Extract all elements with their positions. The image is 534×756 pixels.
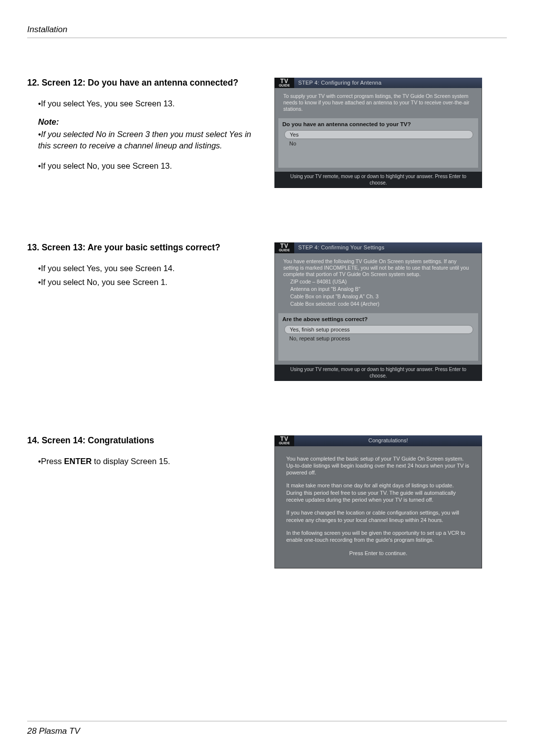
section-screen-12: 12. Screen 12: Do you have an antenna co… (27, 78, 507, 188)
screen-12-note: •If you selected No in Screen 3 then you… (38, 129, 255, 151)
tv-guide-logo-icon: TV GUIDE (274, 435, 294, 446)
screen-12-shot-titlebar: STEP 4: Configuring for Antenna (294, 78, 482, 88)
screen-14-screenshot: TV GUIDE Congratulations! You have compl… (274, 435, 482, 568)
screen-14-shot-p3: If you have changed the location or cabl… (286, 509, 470, 523)
screen-14-shot-press-enter: Press Enter to continue. (286, 550, 470, 557)
screen-12-select-no: •If you select No, you see Screen 13. (38, 160, 255, 172)
screen-13-title: 13. Screen 13: Are your basic settings c… (27, 242, 255, 253)
screen-13-select-no: •If you select No, you see Screen 1. (38, 277, 255, 288)
section-screen-13: 13. Screen 13: Are your basic settings c… (27, 242, 507, 381)
screen-13-shot-yes-option: Yes, finish setup process (284, 325, 473, 334)
screen-14-shot-titlebar: Congratulations! (294, 435, 482, 446)
screen-14-shot-p1: You have completed the basic setup of yo… (286, 455, 470, 476)
screen-12-select-yes: •If you select Yes, you see Screen 13. (38, 98, 255, 109)
section-screen-14: 14. Screen 14: Congratulations •Press EN… (27, 435, 507, 568)
screen-12-shot-no-option: No (289, 141, 467, 146)
screen-13-shot-question: Are the above settings correct? (282, 316, 474, 322)
screen-14-title: 14. Screen 14: Congratulations (27, 435, 255, 446)
screen-12-shot-footer: Using your TV remote, move up or down to… (274, 172, 482, 188)
screen-13-shot-antenna: Antenna on input "B Analog B" (283, 286, 473, 292)
screen-13-select-yes: •If you select Yes, you see Screen 14. (38, 263, 255, 274)
screen-12-shot-yes-option: Yes (284, 130, 473, 139)
screen-13-screenshot: TV GUIDE STEP 4: Confirming Your Setting… (274, 242, 482, 381)
screen-13-shot-zip: ZIP code – 84081 (USA) (283, 279, 473, 285)
page-header: Installation (27, 25, 507, 38)
screen-14-press-enter: •Press ENTER to display Screen 15. (38, 456, 255, 467)
screen-12-shot-question: Do you have an antenna connected to your… (282, 121, 474, 127)
screen-14-text: 14. Screen 14: Congratulations •Press EN… (27, 435, 255, 568)
screen-14-shot-p4: In the following screen you will be give… (286, 529, 470, 544)
screen-13-shot-footer: Using your TV remote, move up or down to… (274, 365, 482, 381)
header-section-label: Installation (27, 25, 67, 34)
page-number: 28 Plasma TV (27, 726, 80, 736)
screen-12-text: 12. Screen 12: Do you have an antenna co… (27, 78, 255, 188)
screen-13-shot-titlebar: STEP 4: Confirming Your Settings (294, 242, 482, 253)
screen-13-shot-no-option: No, repeat setup process (289, 335, 467, 341)
screen-13-shot-intro: You have entered the following TV Guide … (274, 253, 482, 313)
screen-12-screenshot: TV GUIDE STEP 4: Configuring for Antenna… (274, 78, 482, 188)
tv-guide-logo-icon: TV GUIDE (274, 242, 294, 253)
screen-13-shot-cablebox-code: Cable Box selected: code 044 (Archer) (283, 301, 473, 307)
manual-page: Installation 12. Screen 12: Do you have … (0, 0, 534, 756)
screen-13-text: 13. Screen 13: Are your basic settings c… (27, 242, 255, 381)
page-footer: 28 Plasma TV (27, 721, 507, 736)
screen-14-shot-p2: It make take more than one day for all e… (286, 482, 470, 503)
screen-13-shot-cablebox-input: Cable Box on input "B Analog A" Ch. 3 (283, 293, 473, 300)
screen-12-title: 12. Screen 12: Do you have an antenna co… (27, 78, 255, 88)
note-label: Note: (38, 116, 255, 128)
tv-guide-logo-icon: TV GUIDE (274, 78, 294, 88)
screen-12-shot-intro: To supply your TV with correct program l… (274, 88, 482, 117)
